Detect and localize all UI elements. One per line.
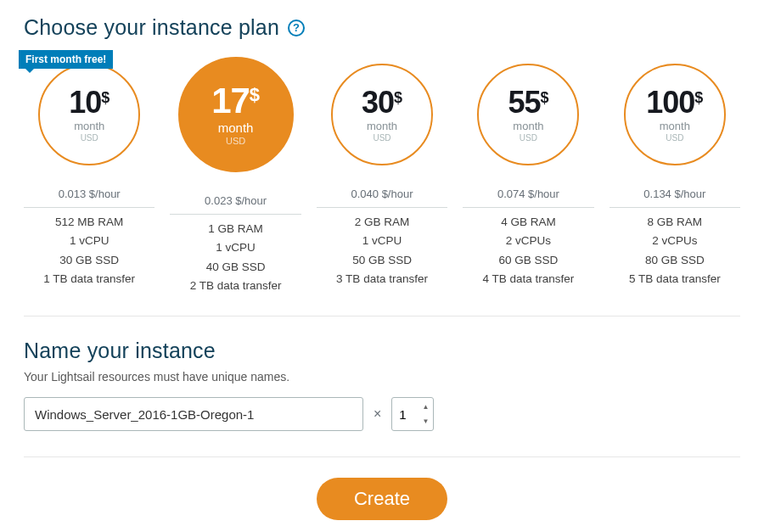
create-button[interactable]: Create: [317, 478, 447, 520]
spec-disk: 60 GB SSD: [463, 251, 593, 270]
create-row: Create: [24, 478, 740, 520]
plan-specs: 512 MB RAM 1 vCPU 30 GB SSD 1 TB data tr…: [24, 213, 154, 288]
spec-cpu: 1 vCPU: [317, 232, 447, 250]
choose-plan-title: Choose your instance plan ?: [24, 15, 740, 40]
quantity-stepper[interactable]: ▲ ▼: [391, 397, 434, 431]
plan-circle: 55 $ month USD: [477, 64, 579, 165]
plan-period: month: [218, 120, 254, 135]
spec-cpu: 1 vCPU: [24, 232, 154, 250]
name-instance-title: Name your instance: [24, 339, 740, 363]
spec-disk: 50 GB SSD: [317, 251, 447, 270]
spec-transfer: 2 TB data transfer: [170, 277, 301, 295]
plan-price: 10: [69, 87, 101, 118]
spec-disk: 40 GB SSD: [170, 258, 301, 277]
quantity-down-icon[interactable]: ▼: [419, 414, 431, 428]
plan-currency: USD: [666, 133, 683, 143]
plan-option-30[interactable]: 30 $ month USD 0.040 $/hour 2 GB RAM 1 v…: [317, 57, 447, 295]
currency-symbol: $: [394, 90, 402, 105]
spec-cpu: 1 vCPU: [170, 238, 301, 257]
plan-price: 100: [646, 87, 694, 118]
plan-specs: 2 GB RAM 1 vCPU 50 GB SSD 3 TB data tran…: [317, 213, 447, 288]
plan-price: 17: [211, 83, 250, 119]
currency-symbol: $: [694, 90, 703, 105]
plan-hourly: 0.040 $/hour: [317, 181, 447, 208]
spec-transfer: 5 TB data transfer: [610, 270, 740, 288]
spec-cpu: 2 vCPUs: [610, 232, 740, 250]
currency-symbol: $: [101, 90, 110, 105]
spec-cpu: 2 vCPUs: [463, 232, 593, 250]
spec-transfer: 1 TB data transfer: [24, 270, 154, 288]
spec-ram: 512 MB RAM: [24, 213, 154, 232]
spec-disk: 80 GB SSD: [610, 251, 740, 270]
plan-specs: 4 GB RAM 2 vCPUs 60 GB SSD 4 TB data tra…: [463, 213, 593, 288]
plan-period: month: [513, 120, 543, 132]
spec-disk: 30 GB SSD: [24, 251, 154, 270]
plan-hourly: 0.023 $/hour: [170, 188, 301, 215]
quantity-up-icon[interactable]: ▲: [419, 400, 431, 414]
plan-currency: USD: [520, 133, 537, 143]
plan-option-55[interactable]: 55 $ month USD 0.074 $/hour 4 GB RAM 2 v…: [463, 57, 593, 295]
plan-option-10[interactable]: First month free! 10 $ month USD 0.013 $…: [24, 57, 154, 295]
plan-hourly: 0.074 $/hour: [463, 181, 593, 208]
plan-specs: 1 GB RAM 1 vCPU 40 GB SSD 2 TB data tran…: [170, 220, 301, 295]
spec-ram: 8 GB RAM: [610, 213, 740, 232]
plan-currency: USD: [373, 133, 390, 143]
plan-option-17[interactable]: 17 $ month USD 0.023 $/hour 1 GB RAM 1 v…: [170, 57, 301, 295]
plan-circle: 10 $ month USD: [38, 64, 140, 165]
multiply-icon: ×: [374, 406, 381, 422]
plan-hourly: 0.013 $/hour: [24, 181, 154, 208]
help-icon[interactable]: ?: [288, 20, 305, 36]
instance-name-input[interactable]: [24, 397, 363, 431]
plan-price: 55: [508, 87, 540, 118]
first-month-free-badge: First month free!: [19, 50, 113, 69]
currency-symbol: $: [540, 90, 548, 105]
name-row: × ▲ ▼: [24, 397, 740, 457]
choose-plan-title-text: Choose your instance plan: [24, 15, 279, 40]
spec-ram: 4 GB RAM: [463, 213, 593, 232]
plan-circle-selected: 17 $ month USD: [178, 57, 294, 172]
plan-specs: 8 GB RAM 2 vCPUs 80 GB SSD 5 TB data tra…: [610, 213, 740, 288]
plan-option-100[interactable]: 100 $ month USD 0.134 $/hour 8 GB RAM 2 …: [610, 57, 740, 295]
spec-transfer: 4 TB data transfer: [463, 270, 593, 288]
name-instance-section: Name your instance Your Lightsail resour…: [24, 339, 740, 457]
plan-circle: 30 $ month USD: [331, 64, 433, 165]
plan-list: First month free! 10 $ month USD 0.013 $…: [24, 57, 740, 316]
plan-period: month: [367, 120, 397, 132]
spec-transfer: 3 TB data transfer: [317, 270, 447, 288]
plan-period: month: [74, 120, 104, 132]
spec-ram: 2 GB RAM: [317, 213, 447, 232]
plan-circle: 100 $ month USD: [624, 64, 726, 165]
plan-period: month: [660, 120, 690, 132]
plan-hourly: 0.134 $/hour: [610, 181, 740, 208]
plan-currency: USD: [226, 136, 245, 146]
currency-symbol: $: [250, 86, 260, 104]
name-instance-subtext: Your Lightsail resources must have uniqu…: [24, 370, 740, 384]
plan-currency: USD: [81, 133, 98, 143]
plan-price: 30: [362, 87, 394, 118]
spec-ram: 1 GB RAM: [170, 220, 301, 238]
